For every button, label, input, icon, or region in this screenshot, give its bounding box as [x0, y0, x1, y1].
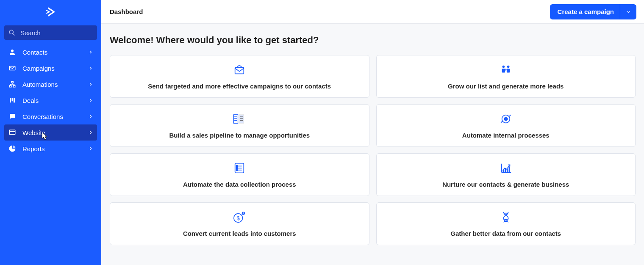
svg-rect-16	[507, 69, 510, 72]
sidebar-item-automations[interactable]: Automations	[4, 76, 97, 92]
card-label: Grow our list and generate more leads	[448, 83, 564, 90]
envelope-icon	[233, 63, 246, 77]
card-sales-pipeline[interactable]: Build a sales pipeline to manage opportu…	[110, 104, 369, 147]
main: Dashboard Create a campaign Welcome! Whe…	[101, 0, 644, 265]
sidebar-item-deals[interactable]: Deals	[4, 92, 97, 108]
card-grow-list[interactable]: Grow our list and generate more leads	[376, 55, 636, 98]
chevron-right-icon	[89, 145, 93, 152]
svg-rect-35	[505, 168, 506, 172]
sidebar-item-label: Campaigns	[22, 65, 89, 72]
svg-rect-32	[236, 168, 238, 169]
search-container[interactable]	[4, 25, 97, 40]
svg-rect-7	[10, 98, 11, 103]
card-label: Nurture our contacts & generate business	[442, 181, 569, 188]
sidebar-item-label: Contacts	[22, 49, 89, 56]
people-icon	[500, 63, 512, 77]
sidebar-item-conversations[interactable]: Conversations	[4, 108, 97, 124]
svg-text:$: $	[237, 215, 240, 221]
hierarchy-icon	[8, 80, 16, 88]
sidebar-item-reports[interactable]: Reports	[4, 141, 97, 157]
card-label: Convert current leads into customers	[183, 230, 296, 237]
chevron-right-icon	[89, 113, 93, 120]
svg-text:+: +	[242, 211, 244, 215]
svg-rect-8	[12, 98, 13, 102]
logo[interactable]	[0, 0, 101, 23]
svg-rect-10	[9, 130, 15, 135]
sidebar-item-label: Website	[22, 129, 89, 136]
create-campaign-label: Create a campaign	[558, 8, 614, 15]
sidebar-item-contacts[interactable]: Contacts	[4, 44, 97, 60]
svg-point-26	[504, 117, 508, 121]
card-label: Automate internal processes	[462, 132, 550, 139]
sidebar-nav: Contacts Campaigns Automations	[0, 42, 101, 157]
search-input[interactable]	[19, 29, 93, 37]
svg-rect-4	[11, 81, 14, 83]
card-gather-data[interactable]: Gather better data from our contacts	[376, 202, 636, 245]
sidebar-item-label: Conversations	[22, 113, 89, 120]
chevron-right-icon	[89, 64, 93, 72]
sidebar-item-label: Reports	[22, 145, 89, 152]
chevron-right-icon	[89, 129, 93, 136]
pipeline-icon	[232, 112, 247, 126]
card-automate-processes[interactable]: Automate internal processes	[376, 104, 636, 147]
dna-icon	[500, 210, 511, 224]
chevron-right-icon	[89, 97, 93, 104]
logo-icon	[46, 6, 57, 17]
sidebar-item-label: Deals	[22, 97, 89, 104]
svg-rect-5	[9, 86, 11, 87]
svg-rect-37	[508, 166, 510, 172]
card-label: Build a sales pipeline to manage opportu…	[169, 132, 310, 139]
svg-rect-17	[234, 115, 238, 123]
chevron-right-icon	[89, 48, 93, 56]
svg-rect-12	[235, 67, 244, 74]
sidebar: Contacts Campaigns Automations	[0, 0, 101, 265]
svg-line-1	[13, 33, 14, 35]
svg-point-2	[11, 50, 14, 52]
card-label: Automate the data collection process	[183, 181, 296, 188]
bars-icon	[8, 97, 16, 104]
sidebar-item-website[interactable]: Website	[4, 124, 97, 141]
chart-icon	[500, 161, 512, 175]
svg-rect-36	[507, 169, 508, 172]
onboarding-cards: Send targeted and more effective campaig…	[110, 55, 636, 245]
form-icon	[233, 161, 246, 175]
topbar: Dashboard Create a campaign	[101, 0, 644, 24]
pie-icon	[8, 145, 16, 152]
person-icon	[8, 48, 16, 56]
search-icon	[8, 29, 15, 36]
svg-rect-18	[239, 115, 244, 123]
sidebar-item-label: Automations	[22, 81, 89, 88]
dollar-icon: $ +	[233, 210, 246, 224]
site-icon	[8, 129, 16, 136]
mail-icon	[8, 64, 16, 72]
page-title: Dashboard	[110, 8, 143, 15]
card-send-campaigns[interactable]: Send targeted and more effective campaig…	[110, 55, 369, 98]
create-campaign-button[interactable]: Create a campaign	[550, 4, 636, 19]
svg-rect-33	[236, 169, 238, 171]
card-convert-leads[interactable]: $ + Convert current leads into customers	[110, 202, 369, 245]
chevron-right-icon	[89, 80, 93, 88]
caret-down-icon[interactable]	[620, 4, 636, 19]
svg-rect-31	[236, 166, 238, 167]
svg-rect-34	[502, 170, 504, 173]
card-nurture-contacts[interactable]: Nurture our contacts & generate business	[376, 153, 636, 196]
welcome-heading: Welcome! Where would you like to get sta…	[110, 35, 636, 46]
card-label: Send targeted and more effective campaig…	[148, 83, 331, 90]
svg-rect-15	[502, 69, 505, 72]
svg-point-14	[507, 66, 510, 68]
svg-point-13	[502, 66, 505, 68]
card-automate-data-collection[interactable]: Automate the data collection process	[110, 153, 369, 196]
content-area: Welcome! Where would you like to get sta…	[101, 24, 644, 245]
card-label: Gather better data from our contacts	[450, 230, 561, 237]
svg-rect-6	[13, 86, 15, 87]
chat-icon	[8, 113, 16, 120]
gear-icon	[500, 112, 512, 126]
svg-rect-9	[14, 98, 15, 103]
sidebar-item-campaigns[interactable]: Campaigns	[4, 60, 97, 76]
